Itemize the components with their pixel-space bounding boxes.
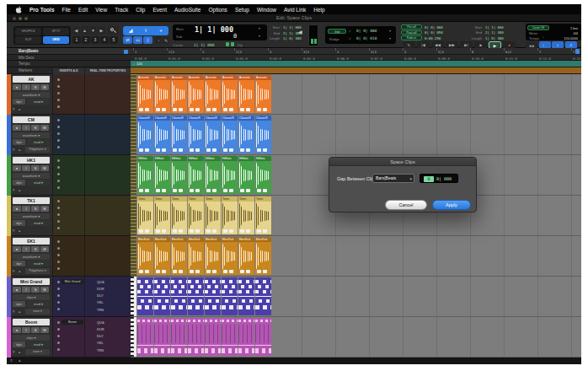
fade-out-handle[interactable] xyxy=(212,189,216,192)
insert-slot[interactable] xyxy=(57,335,60,337)
audio-clip[interactable]: HiHats xyxy=(137,156,153,194)
track-record-button[interactable]: ● xyxy=(13,165,21,171)
track-solo-button[interactable]: S xyxy=(31,84,40,90)
audio-clip[interactable]: Acoustic xyxy=(205,75,221,113)
audio-clip[interactable]: ElecKick xyxy=(238,237,254,275)
track-lane[interactable] xyxy=(131,317,581,358)
audio-clip[interactable]: Toms xyxy=(154,196,170,234)
insert-slot[interactable] xyxy=(57,288,60,290)
main-counter-value[interactable]: 1| 1| 000 xyxy=(195,25,233,34)
track-view-selector[interactable]: waveform ▾ xyxy=(13,254,50,260)
track-name[interactable]: AK xyxy=(13,76,50,83)
audio-clip[interactable]: ElecKick xyxy=(171,237,187,275)
fade-out-handle[interactable] xyxy=(162,189,166,192)
audio-clip[interactable]: Acoustic xyxy=(222,75,238,113)
track-dyn-button[interactable]: dyn xyxy=(13,220,25,226)
fade-out-handle[interactable] xyxy=(246,270,250,273)
fade-in-handle[interactable] xyxy=(190,270,194,273)
audio-clip[interactable]: ElecKick xyxy=(255,237,271,275)
post-roll-button[interactable]: Post-roll xyxy=(401,30,422,35)
midi-clip[interactable] xyxy=(205,277,221,315)
fade-out-handle[interactable] xyxy=(212,229,216,233)
gap-units-dropdown[interactable]: Bars|Beats ▾ xyxy=(372,174,414,183)
tempo-event[interactable]: ♩120 xyxy=(133,62,142,66)
fade-in-handle[interactable] xyxy=(173,108,177,111)
track-extra-selector[interactable]: Polyphonic ▾ xyxy=(25,147,50,153)
fade-in-handle[interactable] xyxy=(240,270,244,273)
fade-out-handle[interactable] xyxy=(229,189,233,192)
track-automation-mode[interactable]: read ▾ xyxy=(27,220,50,226)
audio-clip[interactable]: HiHats xyxy=(222,156,238,194)
menu-pro-tools[interactable]: Pro Tools xyxy=(29,7,55,13)
fade-in-handle[interactable] xyxy=(156,189,160,192)
insert-slot[interactable] xyxy=(57,85,60,88)
track-lane[interactable]: ClassicRClassicRClassicRClassicRClassicR… xyxy=(131,115,581,155)
tool-button[interactable]: ◢ xyxy=(123,26,138,35)
apply-button[interactable]: Apply xyxy=(432,200,471,210)
nudge-dropdown-icon[interactable]: ▾ xyxy=(389,36,391,40)
insert-slot[interactable] xyxy=(57,261,60,263)
insert-slot[interactable] xyxy=(57,308,60,310)
audio-clip[interactable]: ClassicR xyxy=(238,116,254,153)
track-lane[interactable] xyxy=(131,277,581,317)
bars-beats-ruler[interactable]: 11|322|333|344|355|366|377|3 xyxy=(131,48,581,55)
fade-out-handle[interactable] xyxy=(263,148,267,152)
track-view-selector[interactable]: waveform ▾ xyxy=(13,92,50,98)
audio-clip[interactable]: Toms xyxy=(137,196,153,234)
insert-slot[interactable] xyxy=(57,159,60,162)
fade-out-handle[interactable] xyxy=(229,229,233,233)
markers-ruler[interactable] xyxy=(131,67,581,74)
tempo-ruler[interactable]: ♩120 xyxy=(131,61,581,67)
menu-window[interactable]: Window xyxy=(257,7,276,13)
track-name[interactable]: HK1 xyxy=(13,157,50,164)
fade-in-handle[interactable] xyxy=(173,189,177,192)
menu-event[interactable]: Event xyxy=(152,7,167,13)
track-solo-button[interactable]: S xyxy=(31,287,40,293)
audio-clip[interactable]: Acoustic xyxy=(137,75,153,113)
midi-clip[interactable] xyxy=(137,277,153,315)
insert-slot[interactable] xyxy=(57,166,60,169)
fade-in-handle[interactable] xyxy=(206,108,211,111)
fade-out-handle[interactable] xyxy=(145,189,149,192)
menu-avid-link[interactable]: Avid Link xyxy=(284,7,306,13)
transport-end-value[interactable]: 2| 1| 480 xyxy=(485,30,504,35)
audio-clip[interactable]: ClassicR xyxy=(137,116,153,153)
pre-roll-button[interactable]: Pre-roll xyxy=(401,24,422,30)
sub-counter-dropdown-icon[interactable]: ▾ xyxy=(259,34,260,38)
fade-in-handle[interactable] xyxy=(223,270,227,273)
fade-out-handle[interactable] xyxy=(246,189,250,192)
track-input-button[interactable]: I xyxy=(22,125,30,131)
menu-track[interactable]: Track xyxy=(115,7,128,13)
audio-clip[interactable]: Toms xyxy=(222,196,238,234)
fade-out-handle[interactable] xyxy=(162,108,166,111)
fade-in-handle[interactable] xyxy=(257,229,261,233)
track-solo-button[interactable]: S xyxy=(31,327,40,333)
ruler-name-bars-beats[interactable]: Bars|Beats xyxy=(7,48,131,55)
track-mute-button[interactable]: M xyxy=(40,327,49,333)
zoom-preset-2[interactable]: 2 xyxy=(82,36,90,44)
insert-slot[interactable] xyxy=(57,328,60,331)
midi-clip[interactable] xyxy=(171,318,187,356)
fade-out-handle[interactable] xyxy=(179,189,183,192)
track-dyn-button[interactable]: dyn xyxy=(13,301,25,307)
fade-in-handle[interactable] xyxy=(173,148,177,152)
fade-in-handle[interactable] xyxy=(223,148,227,152)
fade-out-handle[interactable] xyxy=(229,148,233,152)
fade-in-handle[interactable] xyxy=(206,229,211,233)
edit-function-button[interactable]: ⇄ xyxy=(123,36,132,44)
insert-slot[interactable] xyxy=(57,207,60,209)
track-input-button[interactable]: I xyxy=(22,287,30,293)
audio-clip[interactable]: Toms xyxy=(188,196,204,234)
track-mute-button[interactable]: M xyxy=(40,246,49,252)
track-input-button[interactable]: I xyxy=(22,246,30,252)
track-automation-mode[interactable]: read ▾ xyxy=(27,341,50,347)
grid-note-icon[interactable]: ♪ xyxy=(349,28,351,33)
menu-setup[interactable]: Setup xyxy=(235,7,249,13)
edit-function-button[interactable]: ▭ xyxy=(133,36,142,44)
zoom-preset-1[interactable]: 1 xyxy=(72,36,81,44)
mode-spot-button[interactable]: SPOT xyxy=(43,28,69,35)
audio-clip[interactable]: HiHats xyxy=(238,156,254,194)
midi-clip[interactable] xyxy=(171,277,187,315)
post-roll-value[interactable]: 0| 0| 058 xyxy=(425,30,443,35)
cancel-button[interactable]: Cancel xyxy=(385,200,427,210)
